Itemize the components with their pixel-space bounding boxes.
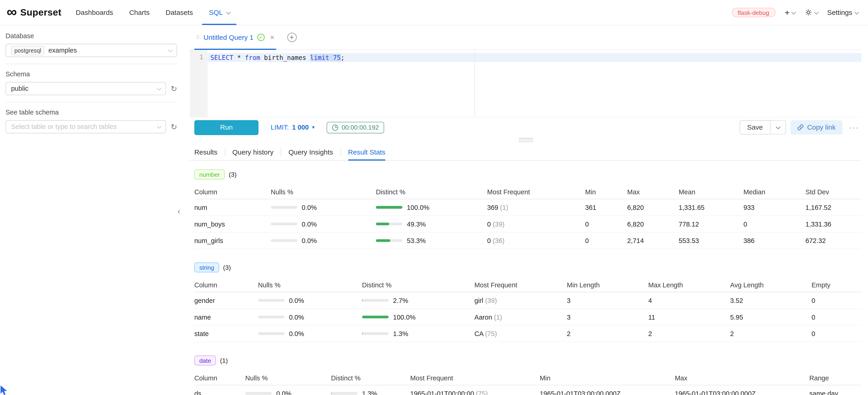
theme-toggle[interactable] bbox=[805, 9, 818, 16]
column-name: gender bbox=[194, 297, 258, 304]
database-type-tag: postgresql bbox=[11, 46, 44, 55]
stat-cell: 0 bbox=[811, 330, 861, 337]
stat-cell: 5.95 bbox=[730, 313, 811, 321]
nav-charts[interactable]: Charts bbox=[129, 0, 150, 25]
results-tab-bar: Results Query history Query Insights Res… bbox=[190, 144, 861, 161]
table-select[interactable]: Select table or type to search tables bbox=[5, 120, 166, 133]
stat-cell: 3 bbox=[567, 297, 648, 304]
refresh-tables-icon[interactable]: ↻ bbox=[171, 123, 177, 131]
column-header: Nulls % bbox=[258, 281, 362, 289]
divider bbox=[5, 64, 177, 64]
percent-bar bbox=[376, 239, 402, 242]
stat-cell: 1,331.65 bbox=[679, 204, 743, 211]
nav-datasets[interactable]: Datasets bbox=[166, 0, 193, 25]
stats-row: ds0.0%1.3%1965-01-01T00:00:00 (75)1965-0… bbox=[194, 386, 861, 395]
database-select[interactable]: postgresql examples bbox=[5, 44, 177, 57]
percent-cell: 0.0% bbox=[271, 237, 376, 244]
percent-cell: 1.3% bbox=[362, 330, 474, 337]
query-tab[interactable]: ⠿ Untitled Query 1 ✓ × bbox=[194, 25, 276, 49]
nav-dashboards[interactable]: Dashboards bbox=[76, 0, 113, 25]
tab-result-stats[interactable]: Result Stats bbox=[341, 144, 393, 160]
stat-cell: 1,167.52 bbox=[805, 204, 861, 211]
stat-cell: 4 bbox=[648, 297, 730, 304]
column-header: Most Frequent bbox=[410, 374, 540, 382]
column-name: ds bbox=[194, 390, 245, 395]
column-header: Median bbox=[743, 188, 805, 196]
print-margin-line bbox=[474, 50, 475, 117]
percent-bar bbox=[258, 316, 284, 318]
settings-menu[interactable]: Settings bbox=[827, 9, 858, 17]
percent-bar bbox=[376, 206, 402, 209]
stat-cell: 672.32 bbox=[805, 237, 861, 244]
stat-cell: 933 bbox=[743, 204, 805, 211]
query-tab-bar: ⠿ Untitled Query 1 ✓ × + bbox=[190, 25, 861, 50]
line-number: 1 bbox=[199, 54, 203, 61]
table-select-placeholder: Select table or type to search tables bbox=[11, 123, 117, 131]
column-header: Min bbox=[540, 374, 675, 382]
splitter-drag-handle[interactable] bbox=[518, 138, 533, 142]
table-schema-label: See table schema bbox=[5, 109, 177, 116]
column-name: name bbox=[194, 313, 258, 321]
percent-cell: 1.3% bbox=[331, 390, 410, 395]
save-button[interactable]: Save bbox=[739, 120, 771, 134]
chevron-down-icon bbox=[776, 125, 780, 129]
stat-cell: 2 bbox=[567, 330, 648, 337]
stats-row: state0.0%1.3%CA (75)2220 bbox=[194, 326, 861, 342]
percent-bar bbox=[271, 223, 297, 225]
schema-select[interactable]: public bbox=[5, 82, 166, 95]
sql-token: SELECT bbox=[210, 54, 233, 61]
drag-handle-icon[interactable]: ⠿ bbox=[196, 34, 199, 40]
new-item-menu[interactable]: + bbox=[785, 8, 796, 17]
more-options-button[interactable]: ··· bbox=[847, 123, 861, 132]
column-header: Empty bbox=[811, 281, 861, 289]
sql-editor[interactable]: 1 SELECT * from birth_names limit 75; bbox=[190, 50, 861, 118]
percent-cell: 0.0% bbox=[258, 330, 362, 337]
percent-label: 1.3% bbox=[393, 330, 408, 337]
sql-token: from bbox=[245, 54, 260, 61]
code-area[interactable]: SELECT * from birth_names limit 75; bbox=[208, 50, 861, 117]
editor-toolbar: Run LIMIT: 1 000 ▾ 00:00:00.192 Save bbox=[190, 120, 861, 135]
stat-cell: same day bbox=[809, 390, 861, 395]
stat-cell: 553.53 bbox=[679, 237, 743, 244]
nav-sql[interactable]: SQL bbox=[209, 0, 230, 25]
run-button[interactable]: Run bbox=[194, 120, 258, 134]
stat-cell: 6,820 bbox=[627, 204, 679, 211]
sql-lab-app: ∞ Superset Dashboards Charts Datasets SQ… bbox=[0, 0, 868, 395]
date-stats-table: ColumnNulls %Distinct %Most FrequentMinM… bbox=[194, 371, 861, 395]
chevron-down-icon bbox=[814, 10, 818, 14]
tab-query-history[interactable]: Query history bbox=[225, 144, 281, 160]
database-value: examples bbox=[49, 47, 77, 54]
save-dropdown-button[interactable] bbox=[771, 120, 786, 134]
stat-cell: 3 bbox=[567, 313, 648, 321]
collapse-sidebar-handle[interactable]: ‹ bbox=[175, 206, 183, 217]
stat-cell: 1965-01-01T03:00:00.000Z bbox=[675, 390, 809, 395]
percent-cell: 0.0% bbox=[258, 313, 362, 321]
column-name: num_boys bbox=[194, 220, 271, 228]
most-frequent-cell: 1965-01-01T00:00:00 (75) bbox=[410, 390, 540, 395]
percent-cell: 0.0% bbox=[271, 220, 376, 228]
percent-cell: 53.3% bbox=[376, 237, 487, 244]
percent-cell: 100.0% bbox=[376, 204, 487, 211]
column-header: Column bbox=[194, 281, 258, 289]
percent-label: 2.7% bbox=[393, 297, 408, 304]
query-success-icon: ✓ bbox=[257, 34, 265, 41]
editor-gutter: 1 bbox=[190, 50, 208, 117]
sql-code-line: SELECT * from birth_names limit 75; bbox=[208, 53, 861, 62]
percent-label: 53.3% bbox=[407, 237, 426, 244]
column-header: Most Frequent bbox=[474, 281, 567, 289]
limit-dropdown[interactable]: LIMIT: 1 000 ▾ bbox=[271, 123, 314, 131]
copy-link-button[interactable]: Copy link bbox=[790, 120, 842, 134]
percent-label: 100.0% bbox=[393, 313, 416, 321]
tab-query-insights[interactable]: Query Insights bbox=[281, 144, 340, 160]
sql-lab-layout: Database postgresql examples Schema publ… bbox=[0, 25, 868, 395]
close-tab-icon[interactable]: × bbox=[270, 33, 274, 41]
stat-cell: 0 bbox=[585, 220, 627, 228]
tab-results[interactable]: Results bbox=[190, 144, 225, 160]
link-icon bbox=[797, 124, 804, 131]
stats-section-date: date (1) ColumnNulls %Distinct %Most Fre… bbox=[194, 356, 861, 395]
add-query-tab-button[interactable]: + bbox=[287, 33, 297, 42]
environment-badge: flask-debug bbox=[732, 8, 775, 17]
refresh-schemas-icon[interactable]: ↻ bbox=[171, 85, 177, 93]
superset-brand[interactable]: ∞ Superset bbox=[7, 6, 61, 19]
toolbar-right: Save Copy link ··· bbox=[739, 120, 861, 134]
